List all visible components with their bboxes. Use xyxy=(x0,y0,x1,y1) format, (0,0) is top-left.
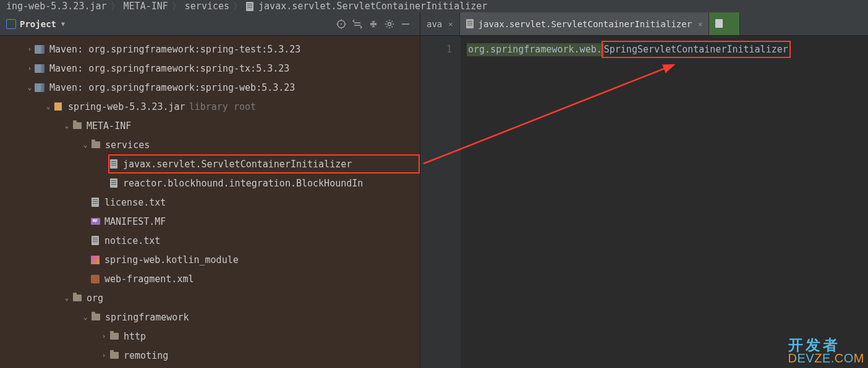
crumb-jar[interactable]: ing-web-5.3.23.jar xyxy=(6,1,107,12)
tree-maven-tx[interactable]: ›Maven: org.springframework:spring-tx:5.… xyxy=(0,59,420,78)
file-icon xyxy=(108,159,119,170)
folder-icon xyxy=(109,350,120,361)
xml-icon xyxy=(90,274,101,285)
tree-label: reactor.blockhound.integration.BlockHoun… xyxy=(123,174,363,193)
file-icon xyxy=(466,19,475,29)
file-icon xyxy=(90,197,101,208)
chevron-right-icon[interactable]: › xyxy=(25,59,35,78)
target-icon[interactable] xyxy=(333,16,349,32)
tree-label: http xyxy=(124,327,146,346)
gear-icon[interactable] xyxy=(381,16,398,32)
chevron-down-icon[interactable]: ⌄ xyxy=(43,98,53,116)
folder-icon xyxy=(109,331,120,342)
minimize-icon[interactable] xyxy=(398,16,414,32)
chevron-down-icon[interactable]: ⌄ xyxy=(80,136,90,154)
tree-jar[interactable]: ⌄spring-web-5.3.23.jarlibrary root xyxy=(0,97,420,116)
chevron-down-icon[interactable]: ▼ xyxy=(61,20,65,27)
crumb-metainf[interactable]: META-INF xyxy=(124,1,168,12)
breadcrumb: ing-web-5.3.23.jar 〉 META-INF 〉 services… xyxy=(0,0,868,12)
tree-maven-test[interactable]: ›Maven: org.springframework:spring-test:… xyxy=(0,40,420,59)
tree-maven-web[interactable]: ⌄Maven: org.springframework:spring-web:5… xyxy=(0,78,420,97)
tree-label: spring-web.kotlin_module xyxy=(104,251,239,269)
jar-icon xyxy=(53,101,64,112)
file-icon xyxy=(90,235,101,246)
tree-notice-file[interactable]: notice.txt xyxy=(0,231,420,250)
project-icon xyxy=(6,19,16,29)
tab-label: javax.servlet.ServletContainerInitialize… xyxy=(479,19,692,29)
chevron-icon: 〉 xyxy=(172,1,181,12)
code-content[interactable]: org.springframework.web.SpringServletCon… xyxy=(461,36,868,368)
chevron-down-icon[interactable]: ⌄ xyxy=(80,308,90,327)
expand-icon[interactable] xyxy=(349,16,365,32)
code-package: org.springframework.web. xyxy=(467,43,604,56)
tree-label: notice.txt xyxy=(104,232,160,250)
tree-org[interactable]: ⌄org xyxy=(0,288,420,307)
file-icon xyxy=(108,178,119,189)
tree-manifest-file[interactable]: MFMANIFEST.MF xyxy=(0,212,420,231)
crumb-file[interactable]: javax.servlet.ServletContainerInitialize… xyxy=(258,1,487,12)
tree-webfrag-file[interactable]: web-fragment.xml xyxy=(0,269,420,288)
tree-label: Maven: org.springframework:spring-test:5… xyxy=(49,40,300,59)
code-classname: SpringServletContainerInitializer xyxy=(604,44,788,55)
crumb-services[interactable]: services xyxy=(185,1,229,12)
chevron-icon: 〉 xyxy=(233,1,242,12)
file-icon xyxy=(715,19,724,29)
tree-kotlin-file[interactable]: spring-web.kotlin_module xyxy=(0,250,420,269)
tree-label: Maven: org.springframework:spring-web:5.… xyxy=(49,78,295,97)
tree-label: license.txt xyxy=(104,193,166,212)
library-icon xyxy=(35,44,46,55)
tab-sci[interactable]: javax.servlet.ServletContainerInitialize… xyxy=(460,12,710,35)
chevron-down-icon[interactable]: ⌄ xyxy=(62,117,72,135)
tree-label: remoting xyxy=(124,346,168,365)
close-icon[interactable]: ✕ xyxy=(698,20,702,28)
tree-services[interactable]: ⌄services xyxy=(0,135,420,154)
project-sidebar: Project ▼ ›Maven: org.springframework:sp… xyxy=(0,12,420,368)
gutter: 1 xyxy=(420,36,461,368)
folder-icon xyxy=(72,120,83,132)
folder-icon xyxy=(90,140,101,151)
tree-http[interactable]: ›http xyxy=(0,327,420,346)
tree-remoting[interactable]: ›remoting xyxy=(0,346,420,365)
chevron-right-icon[interactable]: › xyxy=(25,40,35,59)
tree-license-file[interactable]: license.txt xyxy=(0,193,420,212)
tree-label: web-fragment.xml xyxy=(104,270,194,288)
tree-label: META-INF xyxy=(87,117,131,135)
chevron-icon: 〉 xyxy=(111,1,120,12)
project-tree: ›Maven: org.springframework:spring-test:… xyxy=(0,36,420,368)
folder-icon xyxy=(90,312,101,323)
chevron-down-icon[interactable]: ⌄ xyxy=(25,78,35,97)
tree-label: services xyxy=(105,136,150,154)
tab-java[interactable]: ava✕ xyxy=(420,12,460,35)
close-icon[interactable]: ✕ xyxy=(448,20,453,28)
tree-reactor-file[interactable]: reactor.blockhound.integration.BlockHoun… xyxy=(0,174,420,193)
editor-tabs: ava✕ javax.servlet.ServletContainerIniti… xyxy=(420,12,868,36)
library-icon xyxy=(35,82,46,93)
tree-metainf[interactable]: ⌄META-INF xyxy=(0,116,420,135)
tab-other[interactable] xyxy=(709,12,740,35)
sidebar-header: Project ▼ xyxy=(0,12,420,36)
tab-label: ava xyxy=(427,19,442,29)
svg-point-2 xyxy=(388,22,391,25)
tree-label: springframework xyxy=(105,308,189,327)
tree-label: MANIFEST.MF xyxy=(104,212,166,231)
tree-label: Maven: org.springframework:spring-tx:5.3… xyxy=(49,59,289,78)
project-title[interactable]: Project xyxy=(20,19,56,29)
kotlin-icon xyxy=(90,254,101,266)
library-icon xyxy=(35,63,46,74)
tree-label: javax.servlet.ServletContainerInitialize… xyxy=(123,155,352,174)
svg-point-1 xyxy=(341,23,342,25)
tree-springfw[interactable]: ⌄springframework xyxy=(0,307,420,327)
chevron-right-icon[interactable]: › xyxy=(99,346,109,365)
tree-label: spring-web-5.3.23.jar xyxy=(68,98,185,116)
collapse-icon[interactable] xyxy=(365,16,381,32)
tree-label: org xyxy=(87,289,103,307)
manifest-icon: MF xyxy=(90,216,101,227)
chevron-down-icon[interactable]: ⌄ xyxy=(62,289,72,307)
line-number: 1 xyxy=(420,42,452,57)
chevron-right-icon[interactable]: › xyxy=(99,327,109,346)
tree-sci-file[interactable]: javax.servlet.ServletContainerInitialize… xyxy=(0,154,420,174)
editor-area: ava✕ javax.servlet.ServletContainerIniti… xyxy=(420,12,868,368)
file-icon xyxy=(246,2,255,10)
folder-icon xyxy=(72,293,83,304)
tree-hint: library root xyxy=(189,98,256,116)
